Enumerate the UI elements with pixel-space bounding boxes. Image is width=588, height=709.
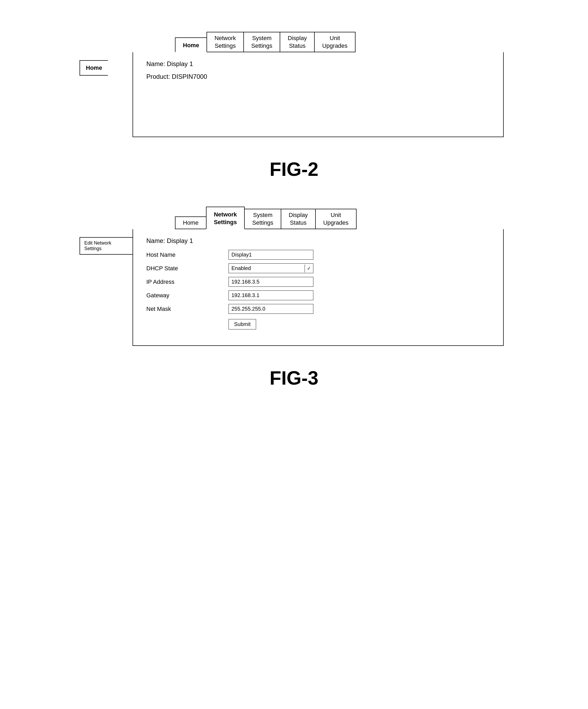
dhcp-state-wrapper: Enabled ✓ <box>228 263 313 273</box>
fig3-container: Home Network Settings System Settings Di… <box>80 207 504 346</box>
gateway-value-wrapper <box>228 290 313 300</box>
tab-display-fig2[interactable]: Display Status <box>280 32 315 52</box>
fig2-container: Home Network Settings System Settings Di… <box>80 32 504 137</box>
tab-display-fig3[interactable]: Display Status <box>281 209 316 229</box>
fig2-label: FIG-2 <box>0 158 588 180</box>
fig3-sidebar-tab[interactable]: Edit Network Settings <box>80 237 133 255</box>
net-mask-label: Net Mask <box>146 306 221 312</box>
tab-unit-fig2[interactable]: Unit Upgrades <box>314 32 355 52</box>
ip-address-value-wrapper <box>228 277 313 287</box>
tab-network-fig2[interactable]: Network Settings <box>206 32 244 52</box>
fig2-main-content: Name: Display 1 Product: DISPIN7000 <box>133 52 504 137</box>
tab-unit-fig3[interactable]: Unit Upgrades <box>315 209 356 229</box>
tab-network-fig3[interactable]: Network Settings <box>206 207 245 229</box>
gateway-label: Gateway <box>146 292 221 299</box>
net-mask-value-wrapper <box>228 304 313 314</box>
dhcp-dropdown-icon[interactable]: ✓ <box>305 264 313 272</box>
host-name-value-wrapper <box>228 250 313 260</box>
host-name-label: Host Name <box>146 252 221 258</box>
tab-home-fig2[interactable]: Home <box>175 37 207 53</box>
fig3-tab-bar: Home Network Settings System Settings Di… <box>175 207 504 229</box>
tab-system-fig3[interactable]: System Settings <box>244 209 281 229</box>
fig3-content-area: Edit Network Settings Name: Display 1 Ho… <box>80 229 504 346</box>
fig3-main-content: Name: Display 1 Host Name DHCP State <box>133 229 504 346</box>
tab-home-fig3[interactable]: Home <box>175 216 206 230</box>
fig3-name-line: Name: Display 1 <box>146 237 490 244</box>
gateway-input[interactable] <box>228 290 313 300</box>
fig2-product-line: Product: DISPIN7000 <box>146 73 490 80</box>
ip-address-label: IP Address <box>146 279 221 285</box>
host-name-input[interactable] <box>228 250 313 260</box>
dhcp-state-value: Enabled <box>229 264 305 273</box>
fig2-name-line: Name: Display 1 <box>146 60 490 68</box>
submit-button[interactable]: Submit <box>228 319 256 330</box>
ip-address-input[interactable] <box>228 277 313 287</box>
fig3-label: FIG-3 <box>0 367 588 389</box>
fig2-sidebar: Home <box>80 52 133 137</box>
fig2-tab-bar: Home Network Settings System Settings Di… <box>175 32 504 52</box>
fig2-content-area: Home Name: Display 1 Product: DISPIN7000 <box>80 52 504 137</box>
net-mask-input[interactable] <box>228 304 313 314</box>
fig2-sidebar-tab[interactable]: Home <box>80 60 108 76</box>
tab-system-fig2[interactable]: System Settings <box>243 32 280 52</box>
submit-wrapper: Submit <box>228 317 313 330</box>
network-form: Host Name DHCP State Enabled ✓ <box>146 250 490 330</box>
page: Home Network Settings System Settings Di… <box>0 0 588 709</box>
dhcp-state-label: DHCP State <box>146 265 221 272</box>
fig3-sidebar: Edit Network Settings <box>80 229 133 346</box>
